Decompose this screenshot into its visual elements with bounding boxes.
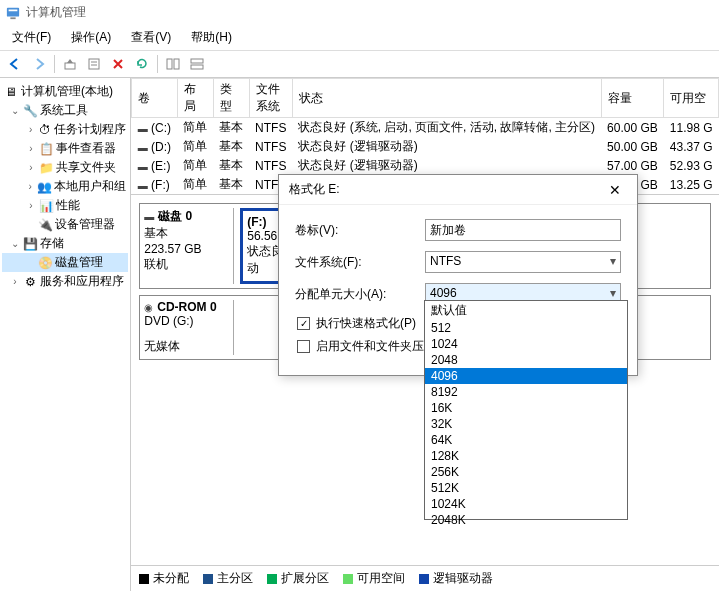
vol-label: 卷标(V): — [295, 222, 425, 239]
fs-label: 文件系统(F): — [295, 254, 425, 271]
chevron-down-icon: ▾ — [610, 254, 616, 268]
dropdown-option[interactable]: 16K — [425, 400, 627, 416]
svg-rect-0 — [7, 7, 19, 16]
dropdown-option[interactable]: 256K — [425, 464, 627, 480]
col-cap[interactable]: 容量 — [601, 79, 664, 118]
users-icon: 👥 — [37, 180, 51, 194]
dropdown-option[interactable]: 4096 — [425, 368, 627, 384]
dropdown-option[interactable]: 1024K — [425, 496, 627, 512]
col-vol[interactable]: 卷 — [132, 79, 177, 118]
volume-icon: ▬ — [138, 123, 148, 134]
expand-icon[interactable]: › — [10, 276, 20, 287]
dropdown-option[interactable]: 512K — [425, 480, 627, 496]
toolbar — [0, 51, 719, 78]
menu-file[interactable]: 文件(F) — [4, 27, 59, 48]
folder-share-icon: 📁 — [39, 161, 53, 175]
collapse-icon[interactable]: ⌄ — [10, 238, 20, 249]
cdrom-icon: ◉ — [144, 302, 153, 313]
dropdown-option[interactable]: 64K — [425, 432, 627, 448]
volume-icon: ▬ — [138, 142, 148, 153]
tree-services[interactable]: ›⚙服务和应用程序 — [2, 272, 128, 291]
svg-rect-3 — [65, 63, 75, 69]
legend-extended: 扩展分区 — [267, 570, 329, 587]
view1-button[interactable] — [162, 53, 184, 75]
tree-perf[interactable]: ›📊性能 — [2, 196, 128, 215]
dropdown-option[interactable]: 32K — [425, 416, 627, 432]
delete-button[interactable] — [107, 53, 129, 75]
tree-root[interactable]: 🖥计算机管理(本地) — [2, 82, 128, 101]
dropdown-option[interactable]: 8192 — [425, 384, 627, 400]
dropdown-option[interactable]: 2048K — [425, 512, 627, 528]
tree-systools[interactable]: ⌄🔧系统工具 — [2, 101, 128, 120]
table-row[interactable]: ▬ (E:)简单基本NTFS状态良好 (逻辑驱动器)57.00 GB52.93 … — [132, 156, 719, 175]
expand-icon[interactable]: › — [26, 162, 36, 173]
svg-rect-4 — [89, 59, 99, 69]
back-button[interactable] — [4, 53, 26, 75]
svg-rect-10 — [191, 65, 203, 69]
col-type[interactable]: 类型 — [213, 79, 249, 118]
tree-view: 🖥计算机管理(本地) ⌄🔧系统工具 ›⏱任务计划程序 ›📋事件查看器 ›📁共享文… — [0, 78, 131, 591]
dropdown-option[interactable]: 512 — [425, 320, 627, 336]
perf-icon: 📊 — [39, 199, 53, 213]
col-fs[interactable]: 文件系统 — [249, 79, 292, 118]
volume-label-input[interactable] — [425, 219, 621, 241]
menu-action[interactable]: 操作(A) — [63, 27, 119, 48]
checkbox-icon — [297, 340, 310, 353]
hdd-icon: ▬ — [144, 211, 154, 222]
svg-rect-1 — [9, 9, 18, 11]
menu-help[interactable]: 帮助(H) — [183, 27, 240, 48]
filesystem-select[interactable]: NTFS▾ — [425, 251, 621, 273]
app-icon — [6, 6, 20, 20]
services-icon: ⚙ — [23, 275, 37, 289]
svg-rect-7 — [167, 59, 172, 69]
svg-rect-2 — [10, 17, 15, 19]
collapse-icon[interactable]: ⌄ — [10, 105, 20, 116]
volume-icon: ▬ — [138, 180, 148, 191]
tree-devmgr[interactable]: 🔌设备管理器 — [2, 215, 128, 234]
col-status[interactable]: 状态 — [292, 79, 601, 118]
tree-users[interactable]: ›👥本地用户和组 — [2, 177, 128, 196]
table-row[interactable]: ▬ (D:)简单基本NTFS状态良好 (逻辑驱动器)50.00 GB43.37 … — [132, 137, 719, 156]
col-free[interactable]: 可用空 — [664, 79, 719, 118]
col-layout[interactable]: 布局 — [177, 79, 213, 118]
expand-icon[interactable]: › — [26, 124, 35, 135]
up-button[interactable] — [59, 53, 81, 75]
legend-logical: 逻辑驱动器 — [419, 570, 493, 587]
dropdown-option[interactable]: 1024 — [425, 336, 627, 352]
expand-icon[interactable]: › — [26, 181, 34, 192]
volume-icon: ▬ — [138, 161, 148, 172]
menubar: 文件(F) 操作(A) 查看(V) 帮助(H) — [0, 25, 719, 51]
dropdown-option[interactable]: 128K — [425, 448, 627, 464]
checkbox-checked-icon: ✓ — [297, 317, 310, 330]
clock-icon: ⏱ — [38, 123, 51, 137]
table-row[interactable]: ▬ (C:)简单基本NTFS状态良好 (系统, 启动, 页面文件, 活动, 故障… — [132, 118, 719, 138]
window-title: 计算机管理 — [26, 4, 86, 21]
legend-unalloc: 未分配 — [139, 570, 189, 587]
window-titlebar: 计算机管理 — [0, 0, 719, 25]
expand-icon[interactable]: › — [26, 143, 36, 154]
storage-icon: 💾 — [23, 237, 37, 251]
svg-rect-9 — [191, 59, 203, 63]
close-icon[interactable]: ✕ — [603, 182, 627, 198]
legend-free: 可用空间 — [343, 570, 405, 587]
tree-diskmgmt[interactable]: 📀磁盘管理 — [2, 253, 128, 272]
device-icon: 🔌 — [38, 218, 52, 232]
tree-eventviewer[interactable]: ›📋事件查看器 — [2, 139, 128, 158]
legend-primary: 主分区 — [203, 570, 253, 587]
refresh-button[interactable] — [131, 53, 153, 75]
computer-icon: 🖥 — [4, 85, 18, 99]
alloc-label: 分配单元大小(A): — [295, 286, 425, 303]
dialog-title: 格式化 E: — [289, 181, 340, 198]
tree-storage[interactable]: ⌄💾存储 — [2, 234, 128, 253]
dropdown-option[interactable]: 2048 — [425, 352, 627, 368]
properties-button[interactable] — [83, 53, 105, 75]
tree-shared[interactable]: ›📁共享文件夹 — [2, 158, 128, 177]
dropdown-option[interactable]: 默认值 — [425, 301, 627, 320]
forward-button[interactable] — [28, 53, 50, 75]
tree-scheduler[interactable]: ›⏱任务计划程序 — [2, 120, 128, 139]
expand-icon[interactable]: › — [26, 200, 36, 211]
event-icon: 📋 — [39, 142, 53, 156]
view2-button[interactable] — [186, 53, 208, 75]
alloc-dropdown: 默认值512102420484096819216K32K64K128K256K5… — [424, 300, 628, 520]
menu-view[interactable]: 查看(V) — [123, 27, 179, 48]
